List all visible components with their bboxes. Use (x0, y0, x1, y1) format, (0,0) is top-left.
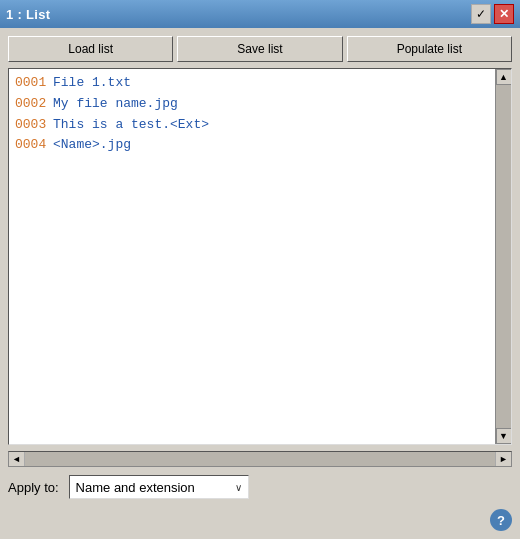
main-container: Load list Save list Populate list 0001Fi… (0, 28, 520, 539)
toolbar: Load list Save list Populate list (8, 36, 512, 62)
scroll-right-button[interactable]: ► (495, 452, 511, 466)
title-bar-buttons: ✓ ✕ (471, 4, 514, 24)
scroll-track-vertical[interactable] (496, 85, 511, 428)
bottom-bar: Apply to: Name and extension ∨ (8, 473, 512, 501)
list-item[interactable]: 0002My file name.jpg (15, 94, 489, 115)
scroll-left-button[interactable]: ◄ (9, 452, 25, 466)
row-text: My file name.jpg (53, 94, 178, 115)
apply-to-dropdown[interactable]: Name and extension ∨ (69, 475, 249, 499)
list-content[interactable]: 0001File 1.txt0002My file name.jpg0003Th… (9, 69, 495, 444)
list-item[interactable]: 0003This is a test.<Ext> (15, 115, 489, 136)
apply-to-label: Apply to: (8, 480, 59, 495)
row-number: 0002 (15, 94, 53, 115)
scroll-down-button[interactable]: ▼ (496, 428, 512, 444)
title-bar: 1 : List ✓ ✕ (0, 0, 520, 28)
populate-list-button[interactable]: Populate list (347, 36, 512, 62)
row-number: 0001 (15, 73, 53, 94)
row-number: 0004 (15, 135, 53, 156)
dropdown-arrow-icon: ∨ (235, 482, 242, 493)
scroll-up-button[interactable]: ▲ (496, 69, 512, 85)
check-button[interactable]: ✓ (471, 4, 491, 24)
row-text: This is a test.<Ext> (53, 115, 209, 136)
list-item[interactable]: 0004<Name>.jpg (15, 135, 489, 156)
apply-to-value: Name and extension (76, 480, 195, 495)
help-area: ? (8, 507, 512, 531)
title-text: 1 : List (6, 7, 50, 22)
row-number: 0003 (15, 115, 53, 136)
scroll-track-horizontal[interactable] (25, 452, 495, 466)
list-area: 0001File 1.txt0002My file name.jpg0003Th… (8, 68, 512, 445)
list-item[interactable]: 0001File 1.txt (15, 73, 489, 94)
help-button[interactable]: ? (490, 509, 512, 531)
row-text: File 1.txt (53, 73, 131, 94)
save-list-button[interactable]: Save list (177, 36, 342, 62)
load-list-button[interactable]: Load list (8, 36, 173, 62)
vertical-scrollbar[interactable]: ▲ ▼ (495, 69, 511, 444)
row-text: <Name>.jpg (53, 135, 131, 156)
horizontal-scrollbar[interactable]: ◄ ► (8, 451, 512, 467)
close-button[interactable]: ✕ (494, 4, 514, 24)
